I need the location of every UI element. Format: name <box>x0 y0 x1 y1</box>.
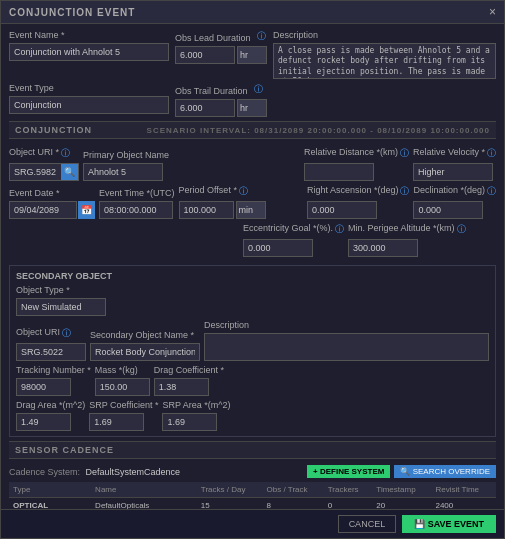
event-date-input[interactable] <box>9 201 77 219</box>
declination-input[interactable] <box>413 201 483 219</box>
sensor-timestamp-cell: 20 <box>372 498 431 510</box>
event-date-label: Event Date * <box>9 188 95 198</box>
min-perigee-input[interactable] <box>348 239 418 257</box>
period-offset-input-group: min hr <box>179 201 266 219</box>
relative-velocity-group: Relative Velocity * ⓘ Higher Lower <box>413 147 496 181</box>
event-date-group: Event Date * 📅 <box>9 188 95 219</box>
drag-coefficient-input[interactable] <box>154 378 209 396</box>
description-textarea[interactable]: A close pass is made between Ahnolot 5 a… <box>273 43 496 79</box>
secondary-object-type-select[interactable]: New Simulated <box>16 298 106 316</box>
search-override-button[interactable]: 🔍 SEARCH OVERRIDE <box>394 465 496 478</box>
secondary-row-3: Tracking Number * Mass *(kg) Drag Coeffi… <box>16 365 489 396</box>
right-ascension-input[interactable] <box>307 201 377 219</box>
description-group: Description A close pass is made between… <box>273 30 496 79</box>
close-button[interactable]: × <box>489 5 496 19</box>
col-revisit-time: Revisit Time <box>431 482 496 498</box>
obs-trail-info-icon: ⓘ <box>254 83 263 96</box>
relative-velocity-info-icon: ⓘ <box>487 147 496 160</box>
event-type-group: Event Type Conjunction <box>9 83 169 114</box>
event-name-group: Event Name * <box>9 30 169 61</box>
conjunction-section-header: CONJUNCTION Scenario Interval: 08/31/208… <box>9 121 496 139</box>
period-offset-unit-select[interactable]: min hr <box>236 201 266 219</box>
mass-input[interactable] <box>95 378 150 396</box>
sensor-obs-track-cell: 8 <box>263 498 324 510</box>
relative-velocity-select[interactable]: Higher Lower <box>413 163 493 181</box>
obs-lead-unit-select[interactable]: hr min <box>237 46 267 64</box>
tracking-number-input[interactable] <box>16 378 71 396</box>
event-name-input[interactable] <box>9 43 169 61</box>
secondary-description-label: Description <box>204 320 489 330</box>
event-time-group: Event Time *(UTC) <box>99 188 175 219</box>
modal-footer: CANCEL 💾 SAVE EVENT <box>1 509 504 538</box>
obs-trail-input[interactable] <box>175 99 235 117</box>
primary-object-name-group: Primary Object Name <box>83 150 169 181</box>
secondary-uri-input[interactable] <box>16 343 86 361</box>
object-uri-search-icon[interactable]: 🔍 <box>61 164 78 180</box>
eccentricity-goal-group: Eccentricity Goal *(%). ⓘ <box>243 223 344 257</box>
col-name: Name <box>91 482 197 498</box>
tracking-number-group: Tracking Number * <box>16 365 91 396</box>
secondary-object-type-group: Object Type * New Simulated <box>16 285 106 316</box>
modal-body: Event Name * Obs Lead Duration ⓘ hr min … <box>1 24 504 509</box>
object-uri-info-icon: ⓘ <box>61 147 70 160</box>
col-type: Type <box>9 482 91 498</box>
conj-row-3: Eccentricity Goal *(%). ⓘ Min. Perigee A… <box>9 223 496 257</box>
secondary-description-textarea[interactable] <box>204 333 489 361</box>
period-offset-input[interactable] <box>179 201 234 219</box>
obs-lead-input[interactable] <box>175 46 235 64</box>
drag-area-input[interactable] <box>16 413 71 431</box>
srp-coefficient-input[interactable] <box>89 413 144 431</box>
sensor-cadence-section: Cadence System: DefaultSystemCadence + D… <box>9 463 496 509</box>
sensor-buttons: + DEFINE SYSTEM 🔍 SEARCH OVERRIDE <box>307 465 496 478</box>
primary-object-name-input[interactable] <box>83 163 163 181</box>
secondary-row-4: Drag Area *(m^2) SRP Coefficient * SRP A… <box>16 400 489 431</box>
sensor-table-row: OPTICAL DefaultOpticals 15 8 0 20 2400 <box>9 498 496 510</box>
modal-header: CONJUNCTION EVENT × <box>1 1 504 24</box>
min-perigee-label: Min. Perigee Altitude *(km) <box>348 223 455 236</box>
scenario-interval-value: 08/31/2089 20:00:00.000 - 08/10/2089 10:… <box>254 126 490 135</box>
secondary-name-group: Secondary Object Name * <box>90 330 200 361</box>
event-type-label: Event Type <box>9 83 169 93</box>
sensor-table-header-row: Type Name Tracks / Day Obs / Track Track… <box>9 482 496 498</box>
srp-coefficient-label: SRP Coefficient * <box>89 400 158 410</box>
event-time-input[interactable] <box>99 201 173 219</box>
eccentricity-goal-label: Eccentricity Goal *(%). <box>243 223 333 236</box>
object-uri-label: Object URI * <box>9 147 59 160</box>
event-type-select[interactable]: Conjunction <box>9 96 169 114</box>
obs-trail-input-group: hr min <box>175 99 267 117</box>
min-perigee-group: Min. Perigee Altitude *(km) ⓘ <box>348 223 466 257</box>
col-tracks-day: Tracks / Day <box>197 482 263 498</box>
mass-label: Mass *(kg) <box>95 365 150 375</box>
secondary-row-1: Object Type * New Simulated <box>16 285 489 316</box>
tracking-number-label: Tracking Number * <box>16 365 91 375</box>
event-date-calendar-icon[interactable]: 📅 <box>78 201 95 219</box>
drag-area-group: Drag Area *(m^2) <box>16 400 85 431</box>
define-system-button[interactable]: + DEFINE SYSTEM <box>307 465 390 478</box>
col-trackers: Trackers <box>324 482 373 498</box>
save-event-button[interactable]: 💾 SAVE EVENT <box>402 515 496 533</box>
relative-distance-input[interactable] <box>304 163 374 181</box>
drag-coefficient-label: Drag Coefficient * <box>154 365 224 375</box>
secondary-name-label: Secondary Object Name * <box>90 330 200 340</box>
cancel-button[interactable]: CANCEL <box>338 515 397 533</box>
obs-trail-unit-select[interactable]: hr min <box>237 99 267 117</box>
srp-coefficient-group: SRP Coefficient * <box>89 400 158 431</box>
secondary-object-type-label: Object Type * <box>16 285 106 295</box>
eccentricity-goal-input[interactable] <box>243 239 313 257</box>
sensor-table: Type Name Tracks / Day Obs / Track Track… <box>9 482 496 509</box>
sensor-header-row: Cadence System: DefaultSystemCadence + D… <box>9 463 496 482</box>
object-uri-input-group: 🔍 <box>9 163 79 181</box>
declination-label: Declination *(deg) <box>413 185 485 198</box>
sensor-tracks-day-cell: 15 <box>197 498 263 510</box>
secondary-uri-group: Object URI ⓘ <box>16 327 86 361</box>
event-time-label: Event Time *(UTC) <box>99 188 175 198</box>
srp-area-input[interactable] <box>162 413 217 431</box>
conjunction-title: CONJUNCTION <box>15 125 92 135</box>
obs-trail-group: Obs Trail Duration ⓘ hr min <box>175 83 267 117</box>
object-uri-group: Object URI * ⓘ 🔍 <box>9 147 79 181</box>
secondary-name-input[interactable] <box>90 343 200 361</box>
period-offset-info-icon: ⓘ <box>239 185 248 198</box>
declination-group: Declination *(deg) ⓘ <box>413 185 496 219</box>
col-timestamp: Timestamp <box>372 482 431 498</box>
obs-lead-label: Obs Lead Duration <box>175 33 251 43</box>
